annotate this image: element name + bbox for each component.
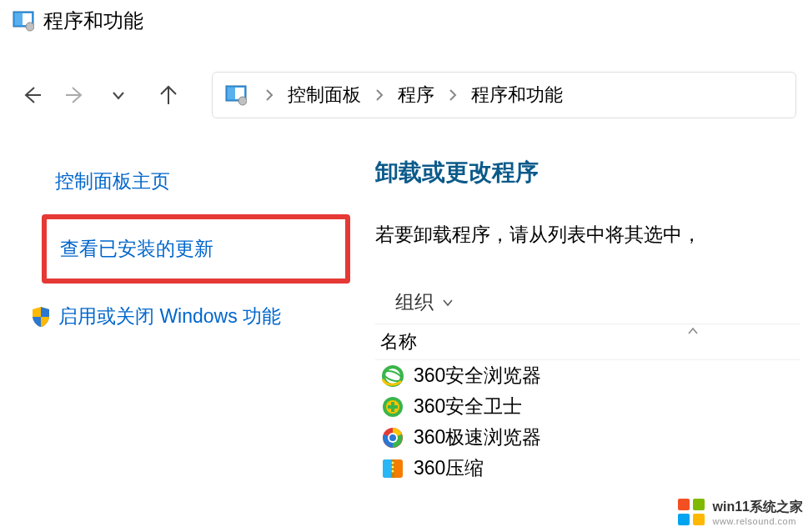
360-shield-icon (380, 394, 405, 419)
sidebar-control-panel-home[interactable]: 控制面板主页 (42, 157, 350, 206)
organize-dropdown[interactable]: 组织 (395, 289, 454, 315)
forward-button[interactable] (55, 75, 95, 115)
svg-point-24 (392, 465, 394, 468)
svg-rect-28 (678, 514, 690, 525)
organize-label: 组织 (395, 289, 434, 315)
list-item[interactable]: 360极速浏览器 (380, 422, 795, 453)
chevron-down-icon (442, 291, 454, 314)
sidebar-windows-features-label: 启用或关闭 Windows 功能 (58, 304, 281, 329)
svg-rect-29 (693, 514, 705, 525)
window-title: 程序和功能 (43, 8, 143, 34)
program-name: 360极速浏览器 (414, 424, 541, 450)
main-description: 若要卸载程序，请从列表中将其选中， (375, 222, 800, 248)
list-item[interactable]: 360压缩 (380, 453, 795, 484)
breadcrumb-programs-features[interactable]: 程序和功能 (468, 83, 566, 108)
watermark-text: win11系统之家 www.relsound.com (713, 499, 803, 526)
svg-point-10 (238, 97, 247, 105)
shield-icon (30, 306, 52, 328)
main-heading: 卸载或更改程序 (375, 157, 800, 188)
navigation-row: 控制面板 程序 程序和功能 (0, 67, 808, 123)
svg-point-3 (26, 23, 34, 31)
column-header-name[interactable]: 名称 (380, 329, 417, 354)
browser-ie-icon (380, 364, 405, 389)
svg-rect-2 (15, 13, 23, 25)
sort-indicator-icon (686, 324, 700, 339)
svg-rect-9 (228, 88, 235, 99)
watermark-url: www.relsound.com (713, 516, 803, 526)
chevron-right-icon (374, 88, 384, 102)
list-item[interactable]: 360安全卫士 (380, 391, 795, 422)
toolbar: 组织 (375, 281, 800, 324)
control-panel-icon (224, 83, 248, 107)
up-button[interactable] (148, 75, 188, 115)
chevron-right-icon (264, 88, 274, 102)
svg-rect-16 (388, 405, 398, 409)
back-button[interactable] (12, 75, 52, 115)
chevron-right-icon (448, 88, 458, 102)
content-area: 控制面板主页 查看已安装的更新 启用或关闭 Windows 功能 卸载或更改程序… (0, 157, 808, 484)
chrome-color-icon (380, 425, 405, 450)
program-list: 360安全浏览器 360安全卫士 (375, 360, 800, 484)
watermark-title: win11系统之家 (713, 499, 803, 516)
sidebar-windows-features[interactable]: 启用或关闭 Windows 功能 (42, 292, 350, 341)
program-name: 360安全浏览器 (414, 363, 541, 389)
main-panel: 卸载或更改程序 若要卸载程序，请从列表中将其选中， 组织 名称 (367, 157, 808, 484)
svg-point-23 (392, 461, 394, 464)
svg-point-19 (389, 434, 396, 441)
column-header-row: 名称 (375, 324, 800, 360)
program-name: 360安全卫士 (414, 394, 522, 419)
watermark: win11系统之家 www.relsound.com (675, 495, 803, 529)
list-item[interactable]: 360安全浏览器 (380, 360, 795, 391)
svg-rect-27 (693, 499, 705, 510)
window-title-bar: 程序和功能 (0, 0, 808, 42)
program-name: 360压缩 (414, 455, 484, 481)
windows11-logo-icon (675, 495, 708, 529)
zip-archive-icon (380, 456, 405, 481)
breadcrumb-programs[interactable]: 程序 (394, 83, 438, 108)
svg-point-25 (392, 469, 394, 472)
svg-rect-26 (678, 499, 690, 510)
control-panel-icon (12, 9, 35, 33)
history-dropdown[interactable] (98, 75, 138, 115)
sidebar-view-installed-updates[interactable]: 查看已安装的更新 (42, 214, 350, 284)
address-bar[interactable]: 控制面板 程序 程序和功能 (212, 72, 796, 118)
breadcrumb-control-panel[interactable]: 控制面板 (284, 83, 364, 108)
sidebar: 控制面板主页 查看已安装的更新 启用或关闭 Windows 功能 (0, 157, 367, 484)
